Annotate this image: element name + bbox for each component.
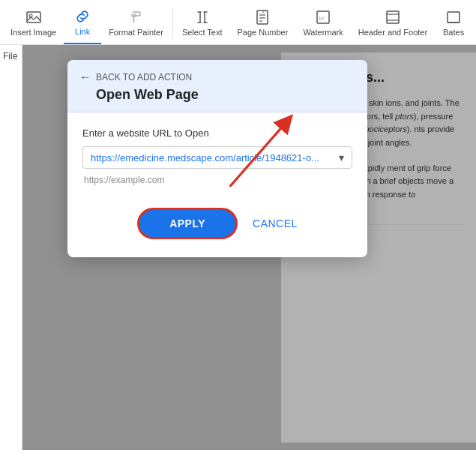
dialog-title: Open Web Page xyxy=(96,87,355,103)
bates-icon xyxy=(445,8,463,26)
open-webpage-dialog: ← BACK TO ADD ACTION Open Web Page Enter… xyxy=(67,60,367,257)
svg-rect-0 xyxy=(27,12,40,22)
watermark-icon: W xyxy=(314,8,332,26)
bates-label: Bates xyxy=(443,28,464,37)
toolbar-format-painter[interactable]: Format Painter xyxy=(101,0,171,44)
back-arrow-icon: ← xyxy=(79,70,91,84)
back-label: BACK TO ADD ACTION xyxy=(96,72,192,82)
page-number-label: Page Number xyxy=(238,28,289,37)
toolbar-link[interactable]: Link xyxy=(64,0,101,44)
dialog-actions: APPLY CANCEL xyxy=(67,193,367,257)
url-field-label: Enter a website URL to Open xyxy=(82,128,352,139)
page-number-icon: # xyxy=(253,8,271,26)
toolbar-watermark[interactable]: W Watermark xyxy=(295,0,350,44)
toolbar-insert-image[interactable]: Insert Image xyxy=(3,0,64,44)
select-text-icon xyxy=(193,8,211,26)
back-to-add-action-link[interactable]: ← BACK TO ADD ACTION xyxy=(79,70,355,84)
separator-1 xyxy=(172,8,173,38)
apply-button[interactable]: APPLY xyxy=(137,208,238,239)
url-placeholder-text: https://example.com xyxy=(82,175,352,185)
toolbar: Insert Image Link Format Painter xyxy=(0,0,476,45)
svg-rect-11 xyxy=(387,11,399,23)
dialog-header: ← BACK TO ADD ACTION Open Web Page xyxy=(67,60,367,112)
toolbar-bates[interactable]: Bates xyxy=(435,0,472,44)
link-icon xyxy=(73,8,91,26)
content-area: File Somatosens... sts of sensors in the… xyxy=(0,45,476,450)
insert-image-label: Insert Image xyxy=(10,28,56,37)
toolbar-select-text[interactable]: Select Text xyxy=(175,0,230,44)
doc-preview: Somatosens... sts of sensors in the skin… xyxy=(22,45,476,450)
dialog-overlay: ← BACK TO ADD ACTION Open Web Page Enter… xyxy=(22,45,476,450)
header-footer-label: Header and Footer xyxy=(358,28,427,37)
svg-text:W: W xyxy=(319,15,325,22)
file-panel-label: File xyxy=(3,51,17,62)
svg-rect-14 xyxy=(448,12,460,22)
toolbar-header-footer[interactable]: Header and Footer xyxy=(351,0,435,44)
header-footer-icon xyxy=(384,8,402,26)
insert-image-icon xyxy=(25,8,43,26)
toolbar-page-number[interactable]: # Page Number xyxy=(230,0,296,44)
link-label: Link xyxy=(75,27,90,36)
format-painter-label: Format Painter xyxy=(109,28,163,37)
url-dropdown-chevron[interactable]: ▾ xyxy=(339,152,344,164)
url-input[interactable] xyxy=(91,152,334,164)
format-painter-icon xyxy=(127,8,145,26)
watermark-label: Watermark xyxy=(303,28,343,37)
dialog-body: Enter a website URL to Open ▾ https://ex… xyxy=(67,112,367,193)
url-input-row: ▾ xyxy=(82,146,352,169)
svg-text:#: # xyxy=(262,10,265,14)
select-text-label: Select Text xyxy=(182,28,223,37)
file-panel: File xyxy=(0,45,22,450)
cancel-button[interactable]: CANCEL xyxy=(253,218,298,230)
